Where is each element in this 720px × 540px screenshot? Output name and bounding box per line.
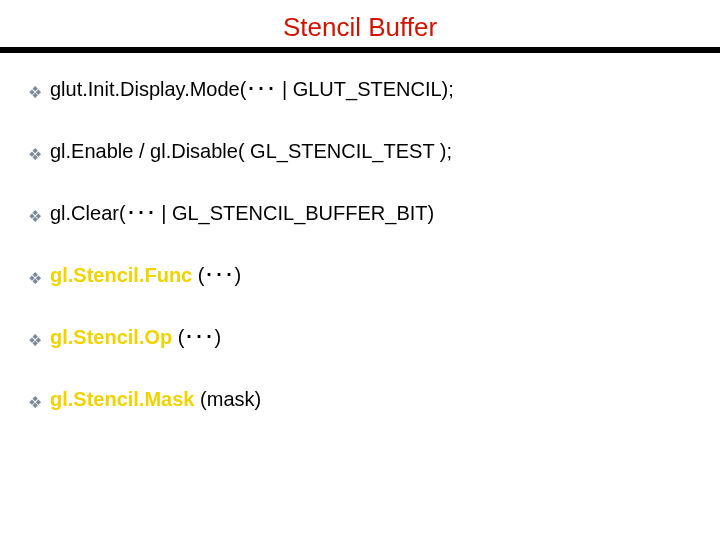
item-text: gl.Stencil.Op (･･･): [50, 325, 221, 349]
list-item: ❖ gl.Enable / gl.Disable( GL_STENCIL_TES…: [28, 139, 692, 163]
item-highlight: gl.Stencil.Op: [50, 326, 172, 348]
diamond-bullet-icon: ❖: [28, 395, 44, 411]
item-text: gl.Clear(･･･ | GL_STENCIL_BUFFER_BIT): [50, 201, 434, 225]
list-item: ❖ gl.Stencil.Op (･･･): [28, 325, 692, 349]
title-wrap: Stencil Buffer: [0, 0, 720, 43]
diamond-bullet-icon: ❖: [28, 209, 44, 225]
list-item: ❖ gl.Stencil.Mask (mask): [28, 387, 692, 411]
page-title: Stencil Buffer: [283, 12, 437, 43]
item-tail: (mask): [195, 388, 262, 410]
item-text: gl.Stencil.Mask (mask): [50, 387, 261, 411]
list-item: ❖ gl.Stencil.Func (･･･): [28, 263, 692, 287]
slide: Stencil Buffer ❖ glut.Init.Display.Mode(…: [0, 0, 720, 540]
item-highlight: gl.Stencil.Func: [50, 264, 192, 286]
item-highlight: gl.Stencil.Mask: [50, 388, 195, 410]
item-text: gl.Stencil.Func (･･･): [50, 263, 241, 287]
item-text: glut.Init.Display.Mode(･･･ | GLUT_STENCI…: [50, 77, 454, 101]
diamond-bullet-icon: ❖: [28, 147, 44, 163]
diamond-bullet-icon: ❖: [28, 85, 44, 101]
list-item: ❖ gl.Clear(･･･ | GL_STENCIL_BUFFER_BIT): [28, 201, 692, 225]
item-text: gl.Enable / gl.Disable( GL_STENCIL_TEST …: [50, 139, 452, 163]
item-tail: (･･･): [172, 326, 221, 348]
item-tail: (･･･): [192, 264, 241, 286]
slide-content: ❖ glut.Init.Display.Mode(･･･ | GLUT_STEN…: [0, 53, 720, 411]
diamond-bullet-icon: ❖: [28, 271, 44, 287]
diamond-bullet-icon: ❖: [28, 333, 44, 349]
list-item: ❖ glut.Init.Display.Mode(･･･ | GLUT_STEN…: [28, 77, 692, 101]
